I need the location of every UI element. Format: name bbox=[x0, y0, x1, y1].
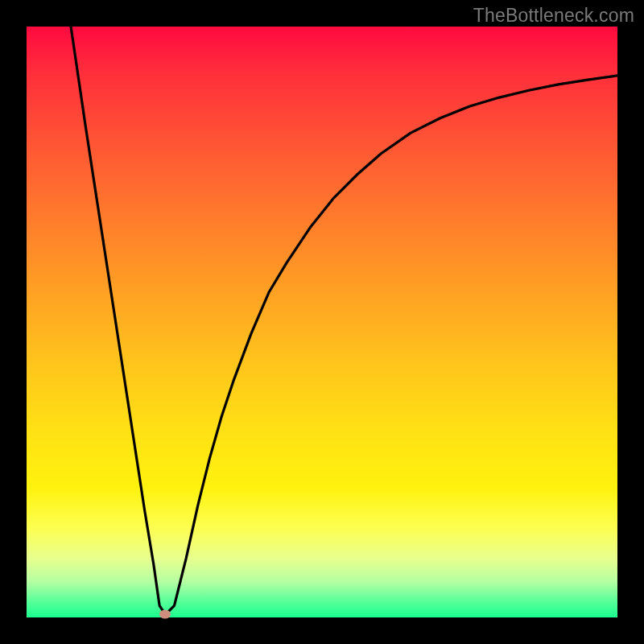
min-marker bbox=[159, 610, 171, 619]
plot-area bbox=[27, 27, 617, 617]
bottleneck-curve bbox=[27, 27, 617, 617]
watermark-text: TheBottleneck.com bbox=[473, 5, 634, 27]
chart-frame: TheBottleneck.com bbox=[0, 0, 644, 644]
